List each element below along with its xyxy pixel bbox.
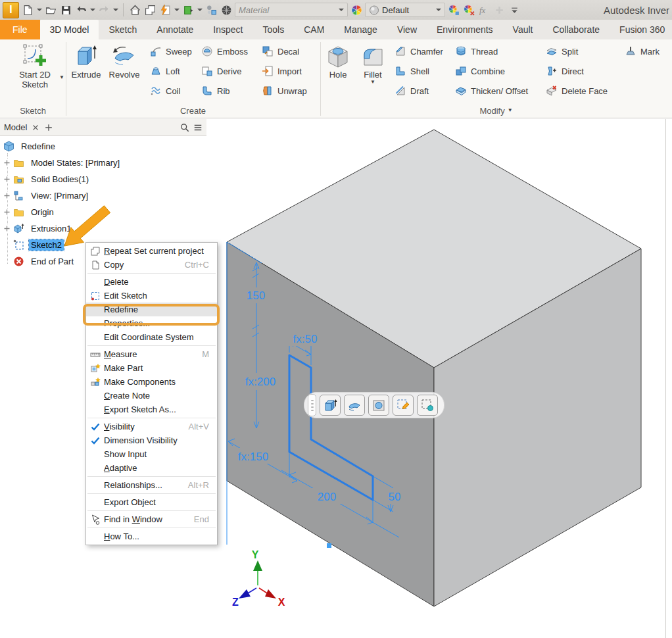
parameters-fx-icon[interactable]: fx xyxy=(477,3,491,17)
undo-icon[interactable] xyxy=(74,3,87,17)
menu-item-export-sketch-as[interactable]: Export Sketch As... xyxy=(86,403,217,416)
menu-item-make-components[interactable]: Make Components xyxy=(86,375,217,389)
browser-search-icon[interactable] xyxy=(180,123,189,132)
tree-item-extrusion1[interactable]: Extrusion1 xyxy=(0,220,206,237)
expand-icon[interactable] xyxy=(3,192,13,200)
browser-close-icon[interactable] xyxy=(31,123,40,132)
menu-item-visibility[interactable]: VisibilityAlt+V xyxy=(86,420,217,433)
thread-button[interactable]: Thread xyxy=(455,41,528,61)
expand-icon[interactable] xyxy=(3,209,13,216)
tree-item-origin[interactable]: Origin xyxy=(0,204,206,220)
tab-view[interactable]: View xyxy=(387,20,427,39)
expand-icon[interactable] xyxy=(3,159,13,167)
insert-component-icon[interactable] xyxy=(181,3,195,17)
menu-item-find-in-window[interactable]: Find in WindowEnd xyxy=(86,512,217,526)
menu-item-relationships[interactable]: Relationships...Alt+R xyxy=(86,478,217,492)
tab-tools[interactable]: Tools xyxy=(253,20,295,39)
loft-button[interactable]: Loft xyxy=(150,61,192,81)
adjust-appearance-clear-icon[interactable] xyxy=(462,3,475,17)
hole-button[interactable]: Hole xyxy=(322,42,354,80)
quick-update-caret-icon[interactable] xyxy=(174,3,180,17)
quick-update-icon[interactable] xyxy=(158,3,172,17)
decal-button[interactable]: Decal xyxy=(262,41,307,61)
tree-item-redefine[interactable]: Redefine xyxy=(0,138,206,155)
fillet-button[interactable]: Fillet ▼ xyxy=(356,42,389,85)
thicken-offset-button[interactable]: Thicken/ Offset xyxy=(455,81,528,101)
redo-icon[interactable] xyxy=(97,3,110,17)
delete-face-button[interactable]: Delete Face xyxy=(546,81,608,101)
menu-item-measure[interactable]: MeasureM xyxy=(86,347,217,361)
tab-inspect[interactable]: Inspect xyxy=(203,20,252,39)
tab-file[interactable]: File xyxy=(0,20,40,39)
menu-item-edit-sketch[interactable]: Edit Sketch xyxy=(86,289,217,303)
material-dropdown[interactable]: Material xyxy=(235,3,348,17)
hole-icon[interactable] xyxy=(368,395,389,416)
revolve-button[interactable]: Revolve xyxy=(105,42,143,80)
combine-button[interactable]: Combine xyxy=(455,61,528,81)
switch-window-icon[interactable] xyxy=(143,3,156,17)
extrude-button[interactable]: Extrude xyxy=(68,42,104,80)
tab-cam[interactable]: CAM xyxy=(294,20,334,39)
direct-button[interactable]: Direct xyxy=(546,61,608,81)
draft-button[interactable]: Draft xyxy=(395,81,443,101)
tab-manage[interactable]: Manage xyxy=(334,20,387,39)
emboss-button[interactable]: Emboss xyxy=(201,41,248,61)
dimension-200[interactable]: 200 xyxy=(318,491,336,503)
mark-button[interactable]: Mark xyxy=(625,41,660,61)
menu-item-export-object[interactable]: Export Object xyxy=(86,495,217,509)
menu-item-repeat-set-current-project[interactable]: Repeat Set current project xyxy=(86,244,217,258)
dimension-150[interactable]: 150 xyxy=(247,289,265,302)
tab-3d-model[interactable]: 3D Model xyxy=(40,20,99,39)
modify-group-label[interactable]: Modify▼ xyxy=(320,105,672,116)
menu-item-create-note[interactable]: Create Note xyxy=(86,389,217,403)
menu-item-make-part[interactable]: Make Part xyxy=(86,361,217,375)
rib-button[interactable]: Rib xyxy=(201,81,248,101)
redo-caret-icon[interactable] xyxy=(112,3,118,17)
import-button[interactable]: Import xyxy=(262,61,307,81)
sketch-point[interactable] xyxy=(327,543,331,548)
insert-component-caret-icon[interactable] xyxy=(197,3,203,17)
expand-icon[interactable] xyxy=(3,225,13,233)
tree-item-model-states-primary[interactable]: Model States: [Primary] xyxy=(0,155,206,171)
dimension-50[interactable]: 50 xyxy=(389,491,401,503)
derive-button[interactable]: Derive xyxy=(201,61,248,81)
menu-item-adaptive[interactable]: Adaptive xyxy=(86,461,217,475)
render-sphere-icon[interactable] xyxy=(220,3,233,17)
appearance-dropdown[interactable]: Default xyxy=(365,3,445,17)
tree-item-view-primary[interactable]: View: [Primary] xyxy=(0,187,206,204)
dimension-fx50[interactable]: fx:50 xyxy=(293,333,318,345)
connections-icon[interactable] xyxy=(204,3,218,17)
browser-add-tab-icon[interactable] xyxy=(44,123,53,132)
browser-menu-icon[interactable] xyxy=(193,123,203,132)
coil-button[interactable]: Coil xyxy=(150,81,192,101)
sweep-button[interactable]: Sweep xyxy=(150,41,192,61)
dimension-fx150[interactable]: fx:150 xyxy=(238,451,268,463)
menu-item-delete[interactable]: Delete xyxy=(86,275,217,289)
save-icon[interactable] xyxy=(59,3,72,17)
menu-item-copy[interactable]: CopyCtrl+C xyxy=(86,258,217,272)
revolve-icon[interactable] xyxy=(344,395,365,416)
mini-toolbar-handle[interactable] xyxy=(308,394,316,416)
tab-sketch[interactable]: Sketch xyxy=(99,20,147,39)
menu-item-redefine[interactable]: Redefine xyxy=(86,303,217,316)
add-icon[interactable] xyxy=(492,3,506,17)
tab-annotate[interactable]: Annotate xyxy=(147,20,203,39)
sketch-visibility-icon[interactable] xyxy=(417,395,438,416)
extrude-icon[interactable] xyxy=(320,395,341,416)
unwrap-button[interactable]: Unwrap xyxy=(262,81,307,101)
dimension-fx200[interactable]: fx:200 xyxy=(245,376,276,388)
tab-vault[interactable]: Vault xyxy=(503,20,543,39)
menu-item-dimension-visibility[interactable]: Dimension Visibility xyxy=(86,433,217,447)
adjust-appearance-add-icon[interactable] xyxy=(447,3,460,17)
home-icon[interactable] xyxy=(128,3,141,17)
open-icon[interactable] xyxy=(44,3,57,17)
new-document-icon[interactable] xyxy=(21,3,34,17)
menu-item-how-to[interactable]: How To... xyxy=(86,529,217,543)
expand-icon[interactable] xyxy=(3,176,13,184)
color-wheel-icon[interactable] xyxy=(350,3,363,17)
start-2d-sketch-button[interactable]: Start 2D Sketch ▼ xyxy=(7,42,63,89)
tree-item-solid-bodies-1[interactable]: Solid Bodies(1) xyxy=(0,171,206,187)
undo-caret-icon[interactable] xyxy=(89,3,95,17)
browser-tab-label[interactable]: Model xyxy=(4,122,27,132)
inventor-logo-icon[interactable]: I xyxy=(3,2,19,18)
